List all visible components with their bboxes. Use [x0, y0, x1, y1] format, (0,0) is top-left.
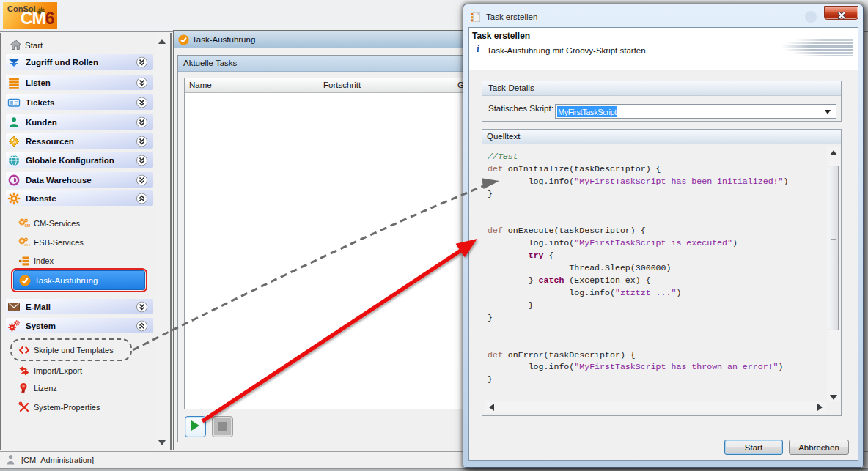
svg-text:CM: CM: [25, 223, 31, 228]
